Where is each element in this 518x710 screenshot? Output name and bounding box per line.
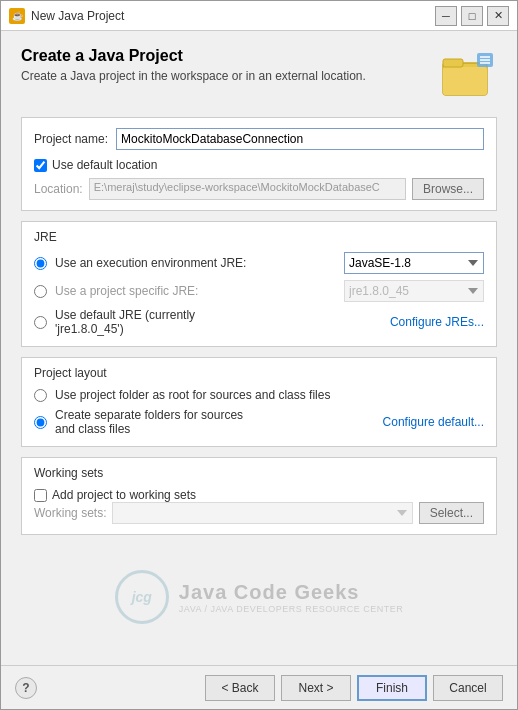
- bottom-bar: ? < Back Next > Finish Cancel: [1, 665, 517, 709]
- minimize-button[interactable]: ─: [435, 6, 457, 26]
- watermark-brand-text: Java Code Geeks: [179, 581, 403, 604]
- finish-button[interactable]: Finish: [357, 675, 427, 701]
- project-name-input[interactable]: [116, 128, 484, 150]
- default-location-row: Use default location: [34, 158, 484, 172]
- watermark-circle-icon: jcg: [115, 570, 169, 624]
- project-name-label: Project name:: [34, 132, 108, 146]
- working-sets-select-button[interactable]: Select...: [419, 502, 484, 524]
- svg-rect-1: [443, 67, 487, 95]
- add-working-sets-label: Add project to working sets: [52, 488, 196, 502]
- project-layout-title: Project layout: [34, 366, 484, 380]
- jre-default-radio[interactable]: [34, 316, 47, 329]
- location-value: E:\meraj\study\eclipse-workspace\Mockito…: [89, 178, 406, 200]
- header-folder-icon: [441, 47, 497, 103]
- back-button[interactable]: < Back: [205, 675, 275, 701]
- project-name-row: Project name:: [34, 128, 484, 150]
- header-text: Create a Java Project Create a Java proj…: [21, 47, 431, 83]
- maximize-button[interactable]: □: [461, 6, 483, 26]
- watermark: jcg Java Code Geeks JAVA / JAVA DEVELOPE…: [115, 570, 403, 624]
- header-title: Create a Java Project: [21, 47, 431, 65]
- use-default-location-label: Use default location: [52, 158, 157, 172]
- dialog-window: ☕ New Java Project ─ □ ✕ Create a Java P…: [0, 0, 518, 710]
- jre-project-specific-label: Use a project specific JRE:: [55, 284, 336, 298]
- jre-execution-env-radio[interactable]: [34, 257, 47, 270]
- layout-separate-folders-radio[interactable]: [34, 416, 47, 429]
- working-sets-select[interactable]: [112, 502, 412, 524]
- configure-default-link[interactable]: Configure default...: [274, 415, 485, 429]
- window-icon: ☕: [9, 8, 25, 24]
- window-title: New Java Project: [31, 9, 435, 23]
- jre-option-3-row: Use default JRE (currently 'jre1.8.0_45'…: [34, 308, 484, 336]
- project-name-section: Project name: Use default location Locat…: [21, 117, 497, 211]
- next-button[interactable]: Next >: [281, 675, 351, 701]
- layout-separate-folders-label: Create separate folders for sources and …: [55, 408, 266, 436]
- use-default-location-checkbox[interactable]: [34, 159, 47, 172]
- layout-option-1-row: Use project folder as root for sources a…: [34, 388, 484, 402]
- bottom-right: < Back Next > Finish Cancel: [205, 675, 503, 701]
- watermark-area: jcg Java Code Geeks JAVA / JAVA DEVELOPE…: [21, 545, 497, 649]
- jre-default-label: Use default JRE (currently 'jre1.8.0_45'…: [55, 308, 266, 336]
- watermark-text: Java Code Geeks JAVA / JAVA DEVELOPERS R…: [179, 581, 403, 614]
- watermark-logo: jcg Java Code Geeks JAVA / JAVA DEVELOPE…: [115, 570, 403, 624]
- cancel-button[interactable]: Cancel: [433, 675, 503, 701]
- help-button[interactable]: ?: [15, 677, 37, 699]
- jre-option-1-row: Use an execution environment JRE: JavaSE…: [34, 252, 484, 274]
- configure-jres-link[interactable]: Configure JREs...: [274, 315, 485, 329]
- jre-project-specific-radio[interactable]: [34, 285, 47, 298]
- watermark-tagline-text: JAVA / JAVA DEVELOPERS RESOURCE CENTER: [179, 604, 403, 614]
- jre-project-specific-select[interactable]: jre1.8.0_45: [344, 280, 484, 302]
- browse-button[interactable]: Browse...: [412, 178, 484, 200]
- location-label: Location:: [34, 182, 83, 196]
- working-sets-section: Working sets Add project to working sets…: [21, 457, 497, 535]
- window-controls: ─ □ ✕: [435, 6, 509, 26]
- layout-project-folder-radio[interactable]: [34, 389, 47, 402]
- dialog-content: Create a Java Project Create a Java proj…: [1, 31, 517, 665]
- jre-section-title: JRE: [34, 230, 484, 244]
- jre-section: JRE Use an execution environment JRE: Ja…: [21, 221, 497, 347]
- location-row: Location: E:\meraj\study\eclipse-workspa…: [34, 178, 484, 200]
- header-subtitle: Create a Java project in the workspace o…: [21, 69, 431, 83]
- header-section: Create a Java Project Create a Java proj…: [21, 47, 497, 103]
- jre-execution-env-label: Use an execution environment JRE:: [55, 256, 336, 270]
- svg-rect-2: [443, 59, 463, 67]
- layout-option-2-row: Create separate folders for sources and …: [34, 408, 484, 436]
- add-working-sets-checkbox[interactable]: [34, 489, 47, 502]
- layout-project-folder-label: Use project folder as root for sources a…: [55, 388, 484, 402]
- title-bar: ☕ New Java Project ─ □ ✕: [1, 1, 517, 31]
- working-sets-input-row: Working sets: Select...: [34, 502, 484, 524]
- project-layout-section: Project layout Use project folder as roo…: [21, 357, 497, 447]
- add-to-working-sets-row: Add project to working sets: [34, 488, 484, 502]
- close-button[interactable]: ✕: [487, 6, 509, 26]
- jre-execution-env-select[interactable]: JavaSE-1.8 JavaSE-11 JavaSE-17: [344, 252, 484, 274]
- working-sets-title: Working sets: [34, 466, 484, 480]
- jre-option-2-row: Use a project specific JRE: jre1.8.0_45: [34, 280, 484, 302]
- working-sets-label: Working sets:: [34, 506, 106, 520]
- bottom-left: ?: [15, 677, 37, 699]
